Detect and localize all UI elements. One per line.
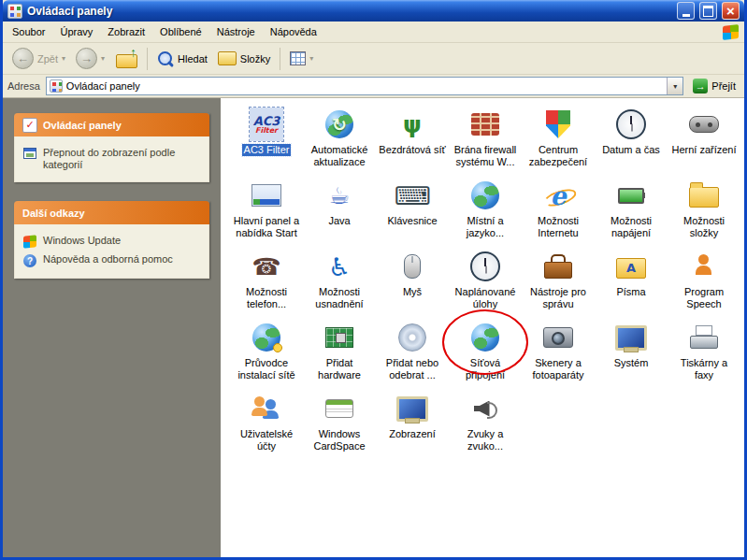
views-dropdown-caret-icon[interactable]: ▾ <box>309 54 313 63</box>
control-panel-item-19[interactable]: Písma <box>595 246 668 317</box>
control-panel-item-28[interactable]: Uživatelské účty <box>230 388 303 459</box>
menu-item-5[interactable]: Nápověda <box>263 23 324 40</box>
netwizard-icon <box>250 321 283 354</box>
help-and-support-link[interactable]: Nápověda a odborná pomoc <box>23 251 200 270</box>
control-panel-item-13[interactable]: Možnosti složky <box>668 175 740 246</box>
up-button[interactable] <box>111 47 141 71</box>
menu-item-1[interactable]: Úpravy <box>52 23 100 40</box>
control-panel-item-3[interactable]: Brána firewall systému W... <box>449 104 522 175</box>
windows-logo-icon <box>723 24 739 40</box>
content-area: Ovládací panely Přepnout do zobrazení po… <box>3 98 744 557</box>
control-panel-item-4[interactable]: Centrum zabezpečení <box>522 104 595 175</box>
control-panel-item-8[interactable]: Java <box>303 175 376 246</box>
item-label: Průvodce instalací sítě <box>231 357 302 381</box>
control-panel-item-16[interactable]: Myš <box>376 246 449 317</box>
item-label: Tiskárny a faxy <box>668 357 740 381</box>
panel-title: Ovládací panely <box>43 120 122 131</box>
back-dropdown-caret-icon[interactable]: ▾ <box>62 54 65 63</box>
windows-update-link[interactable]: Windows Update <box>23 232 200 251</box>
control-panel-item-1[interactable]: Automatické aktualizace <box>303 104 376 175</box>
item-label: Klávesnice <box>385 215 438 227</box>
control-panel-item-6[interactable]: Herní zařízení <box>668 104 740 175</box>
control-panel-item-18[interactable]: Nástroje pro správu <box>522 246 595 317</box>
item-label: Brána firewall systému W... <box>450 144 521 167</box>
forward-button[interactable]: ▾ <box>72 46 108 71</box>
item-label: Automatické aktualizace <box>304 144 375 167</box>
tasks-icon <box>468 250 502 283</box>
control-panel-item-20[interactable]: Program Speech <box>668 246 740 317</box>
control-panel-item-24[interactable]: Síťová připojení <box>449 317 522 388</box>
control-panel-item-2[interactable]: Bezdrátová síť <box>376 104 449 175</box>
speech-icon <box>687 250 721 283</box>
control-panel-item-14[interactable]: Možnosti telefon... <box>230 246 303 317</box>
folder-icon <box>687 179 721 212</box>
control-panel-item-23[interactable]: Přidat nebo odebrat ... <box>376 317 449 388</box>
power-icon <box>614 179 648 212</box>
toolbar: Zpět ▾ ▾ Hledat Složky ▾ <box>3 43 744 75</box>
control-panel-item-7[interactable]: Hlavní panel a nabídka Start <box>230 175 303 246</box>
printer-icon <box>687 321 721 354</box>
item-label: Herní zařízení <box>669 144 738 156</box>
forward-dropdown-caret-icon[interactable]: ▾ <box>101 54 105 63</box>
control-panel-item-26[interactable]: Systém <box>595 317 668 388</box>
control-panel-item-30[interactable]: Zobrazení <box>376 388 449 459</box>
search-label: Hledat <box>178 53 208 65</box>
menu-item-4[interactable]: Nástroje <box>209 23 263 40</box>
hardware-icon <box>323 321 356 354</box>
item-label: Možnosti napájení <box>596 215 667 238</box>
item-label: Bezdrátová síť <box>377 144 447 156</box>
menu-item-2[interactable]: Zobrazit <box>100 23 152 40</box>
control-panel-item-25[interactable]: Skenery a fotoaparáty <box>522 317 595 388</box>
item-label: Nástroje pro správu <box>523 286 594 309</box>
link-label: Nápověda a odborná pomoc <box>43 253 173 266</box>
help-icon <box>23 254 36 267</box>
address-dropdown-button[interactable]: ▾ <box>667 78 682 94</box>
link-label: Přepnout do zobrazení podle kategorií <box>43 147 200 171</box>
control-panel-item-15[interactable]: Možnosti usnadnění <box>303 246 376 317</box>
address-label: Adresa <box>7 80 40 92</box>
minimize-button[interactable] <box>677 2 695 20</box>
maximize-button[interactable] <box>699 2 717 20</box>
address-input[interactable]: Ovládací panely ▾ <box>46 77 683 95</box>
close-button[interactable] <box>722 2 740 20</box>
display-icon <box>395 392 429 425</box>
panel-header-control-panel[interactable]: Ovládací panely <box>14 113 209 136</box>
menu-item-3[interactable]: Oblíbené <box>152 23 209 40</box>
globe-icon <box>468 179 502 212</box>
clock-icon <box>614 108 648 141</box>
netconn-icon <box>468 321 502 354</box>
menu-item-0[interactable]: Soubor <box>5 23 52 40</box>
speaker-icon <box>468 392 502 425</box>
control-panel-item-21[interactable]: Průvodce instalací sítě <box>230 317 303 388</box>
item-label: Přidat nebo odebrat ... <box>377 357 448 381</box>
control-panel-item-9[interactable]: Klávesnice <box>376 175 449 246</box>
ac3-icon <box>250 108 283 141</box>
item-label: Možnosti Internetu <box>523 215 594 238</box>
switch-category-view-link[interactable]: Přepnout do zobrazení podle kategorií <box>23 144 200 174</box>
views-button[interactable]: ▾ <box>286 50 317 67</box>
control-panel-item-27[interactable]: Tiskárny a faxy <box>668 317 740 388</box>
firewall-icon <box>468 108 502 141</box>
control-panel-item-22[interactable]: Přidat hardware <box>303 317 376 388</box>
camera-icon <box>541 321 575 354</box>
control-panel-item-11[interactable]: Možnosti Internetu <box>522 175 595 246</box>
switch-view-icon <box>23 148 36 159</box>
control-panel-item-10[interactable]: Místní a jazyko... <box>449 175 522 246</box>
control-panel-item-5[interactable]: Datum a čas <box>595 104 668 175</box>
control-panel-item-0[interactable]: AC3 Filter <box>230 104 303 175</box>
control-panel-item-31[interactable]: Zvuky a zvuko... <box>449 388 522 459</box>
item-label: Písma <box>614 286 647 298</box>
panel-body: Přepnout do zobrazení podle kategorií <box>14 136 209 182</box>
control-panel-item-12[interactable]: Možnosti napájení <box>595 175 668 246</box>
panel-title: Další odkazy <box>22 208 85 219</box>
panel-header-see-also[interactable]: Další odkazy <box>14 201 209 224</box>
taskbar-icon <box>250 179 283 212</box>
folders-button[interactable]: Složky <box>214 50 274 67</box>
control-panel-item-29[interactable]: Windows CardSpace <box>303 388 376 459</box>
back-button[interactable]: Zpět ▾ <box>8 46 69 71</box>
ie-icon <box>541 179 575 212</box>
search-button[interactable]: Hledat <box>153 49 211 69</box>
control-panel-item-17[interactable]: Naplánované úlohy <box>449 246 522 317</box>
go-button[interactable]: Přejít <box>689 78 740 94</box>
item-label: Možnosti složky <box>668 215 740 238</box>
